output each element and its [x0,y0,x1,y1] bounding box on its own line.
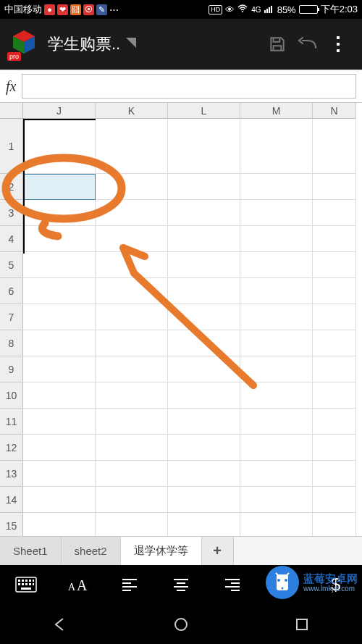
document-title[interactable]: 学生购票.. [48,33,120,55]
cell[interactable] [240,330,313,356]
cell[interactable] [240,119,313,174]
formula-input[interactable] [22,74,356,99]
sheet-tab[interactable]: sheet2 [62,537,121,565]
cell[interactable] [23,304,96,330]
cell-selected[interactable] [23,174,96,200]
cell[interactable] [168,174,240,200]
col-header[interactable]: L [168,103,240,119]
cell[interactable] [96,461,168,487]
cell[interactable] [168,461,240,487]
cell[interactable] [168,356,240,382]
row-header[interactable]: 4 [0,226,23,252]
cell[interactable] [240,409,313,435]
cell[interactable] [96,382,168,409]
col-header[interactable]: J [23,103,96,119]
cell[interactable] [313,382,356,409]
cell[interactable] [96,278,168,304]
row-header[interactable]: 11 [0,409,23,435]
cell[interactable] [313,119,356,174]
row-header[interactable]: 7 [0,304,23,330]
cell[interactable] [240,226,313,252]
cell[interactable] [313,278,356,304]
cell[interactable] [240,304,313,330]
spreadsheet-area[interactable]: J K L M N 1 2 3 4 5 6 7 8 9 10 11 12 13 … [0,103,362,536]
align-right-button[interactable] [218,570,247,599]
fx-label[interactable]: fx [6,78,16,95]
cell[interactable] [313,200,356,226]
add-sheet-button[interactable]: + [202,537,234,565]
cell[interactable] [96,409,168,435]
menu-button[interactable] [323,29,353,59]
cell[interactable] [23,487,96,513]
col-header[interactable]: K [96,103,168,119]
row-header[interactable]: 1 [0,119,23,174]
save-button[interactable] [262,29,292,59]
row-header[interactable]: 2 [0,174,23,200]
home-button[interactable] [167,610,195,639]
cell[interactable] [240,487,313,513]
cell[interactable] [168,304,240,330]
undo-button[interactable] [292,29,323,59]
cell[interactable] [23,382,96,409]
row-header[interactable]: 14 [0,487,23,513]
cell[interactable] [96,200,168,226]
row-header[interactable]: 6 [0,278,23,304]
cell[interactable] [313,409,356,435]
cell[interactable] [96,119,168,174]
cell[interactable] [313,435,356,461]
cell[interactable] [96,330,168,356]
cell[interactable] [23,461,96,487]
cell[interactable] [313,461,356,487]
cell[interactable] [240,278,313,304]
col-header[interactable]: M [240,103,313,119]
cell[interactable] [168,226,240,252]
row-header[interactable]: 9 [0,356,23,382]
recents-button[interactable] [287,610,316,639]
sheet-tab-active[interactable]: 退学休学等 [121,537,202,565]
cell[interactable] [240,435,313,461]
sheet-tab[interactable]: Sheet1 [0,537,62,565]
cell[interactable] [168,278,240,304]
cell[interactable] [23,409,96,435]
cell[interactable] [240,461,313,487]
cell[interactable] [96,435,168,461]
cell[interactable] [313,304,356,330]
cell[interactable] [96,174,168,200]
cell[interactable] [96,226,168,252]
title-dropdown-icon[interactable] [126,38,136,51]
cell[interactable] [168,513,240,536]
cell[interactable] [23,278,96,304]
row-header[interactable]: 12 [0,435,23,461]
cell[interactable] [96,356,168,382]
font-button[interactable]: AA [63,570,92,599]
row-header[interactable]: 13 [0,461,23,487]
row-header[interactable]: 15 [0,513,23,536]
cell[interactable] [240,252,313,278]
cell[interactable] [313,513,356,536]
cell[interactable] [23,513,96,536]
cell[interactable] [168,252,240,278]
cell[interactable] [168,382,240,409]
select-all-corner[interactable] [0,103,23,119]
cell[interactable] [240,174,313,200]
cell[interactable] [23,252,96,278]
cell[interactable] [240,513,313,536]
cell[interactable] [313,356,356,382]
row-header[interactable]: 8 [0,330,23,356]
row-header[interactable]: 5 [0,252,23,278]
row-header[interactable]: 10 [0,382,23,409]
col-header[interactable]: N [313,103,356,119]
app-logo[interactable]: pro [9,29,39,59]
cell[interactable] [168,119,240,174]
cell[interactable] [313,174,356,200]
cell[interactable] [168,200,240,226]
cell[interactable] [96,252,168,278]
cell[interactable] [240,356,313,382]
cell[interactable] [240,382,313,409]
cell[interactable] [96,513,168,536]
cell[interactable] [23,356,96,382]
cell[interactable] [96,304,168,330]
cell[interactable] [168,435,240,461]
cell[interactable] [168,409,240,435]
cell[interactable] [23,226,96,252]
